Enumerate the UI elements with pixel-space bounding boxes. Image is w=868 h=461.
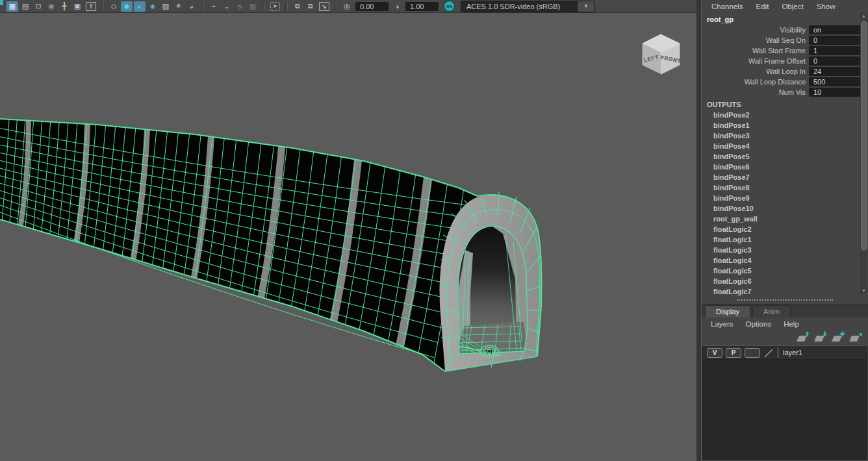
attribute-label[interactable]: Wall Start Frame [702,47,806,55]
output-node-floatLogic3[interactable]: floatLogic3 [702,245,868,255]
resolution-gate-icon[interactable]: ⊡ [32,1,44,12]
outputs-section-label: OUTPUTS [702,99,868,110]
attribute-value-field[interactable]: 0 [809,36,863,45]
layer-visibility-toggle[interactable]: V [707,348,722,358]
toolbar-separator [285,2,288,10]
output-node-bindPose9[interactable]: bindPose9 [702,193,868,203]
move-layer-down-icon[interactable]: ⬇ [815,333,826,342]
safe-title-icon[interactable]: T [86,2,96,11]
attribute-value-field[interactable]: 500 [809,77,863,86]
output-node-bindPose6[interactable]: bindPose6 [702,162,868,172]
output-node-floatLogic1[interactable]: floatLogic1 [702,234,868,245]
attribute-label[interactable]: Wall Frame Offset [702,57,806,65]
output-node-bindPose7[interactable]: bindPose7 [702,172,868,182]
toolbar-separator [101,2,104,10]
view-cube[interactable]: LEFT FRONT [0,13,682,74]
layer-row[interactable]: V P layer1 [703,346,867,360]
motion-blur-icon[interactable]: ◒ [221,1,233,12]
chevron-down-icon[interactable]: ▼ [577,1,594,12]
move-layer-up-icon[interactable]: ⬆ [797,333,809,342]
output-node-floatLogic6[interactable]: floatLogic6 [702,276,868,286]
output-node-bindPose2[interactable]: bindPose2 [702,110,868,120]
attribute-value-field[interactable]: 1 [809,46,863,55]
selected-node-name[interactable]: root_gp [702,14,868,25]
scroll-down-icon[interactable]: ▼ [860,287,867,294]
output-node-floatLogic2[interactable]: floatLogic2 [702,224,868,234]
output-node-floatLogic5[interactable]: floatLogic5 [702,266,868,276]
channel-box-menubar: ChannelsEditObjectShow [702,0,868,12]
scrollbar-thumb[interactable] [861,21,867,251]
output-node-floatLogic7[interactable]: floatLogic7 [702,286,868,295]
gamma-field[interactable]: 1.00 [405,2,439,11]
attribute-label[interactable]: Wall Loop Distance [702,78,806,86]
channel-box-menu-channels[interactable]: Channels [711,3,743,10]
attribute-value-field[interactable]: 10 [809,88,863,97]
tab-anim[interactable]: Anim [752,305,791,318]
channel-box-menu-object[interactable]: Object [782,3,803,10]
safe-action-icon[interactable]: ▣ [71,1,83,12]
channel-box-menu-show[interactable]: Show [817,3,836,10]
channel-attribute-row: Wall Frame Offset0 [702,56,868,66]
output-node-bindPose3[interactable]: bindPose3 [702,131,868,141]
attribute-label[interactable]: Visibility [702,26,806,34]
layer-menu-help[interactable]: Help [784,320,799,328]
gate-mask-icon[interactable]: ◉ [45,1,57,12]
tab-display[interactable]: Display [705,305,750,318]
attribute-label[interactable]: Wall Loop In [702,68,806,75]
layer-menu-layers[interactable]: Layers [711,320,734,328]
layer-name[interactable]: layer1 [782,349,802,356]
checker-ball-icon[interactable]: ▨ [160,1,172,12]
viewport-3d[interactable]: LEFT FRONT [0,13,696,461]
color-management-on-toggle[interactable]: ON [443,0,455,12]
channel-box-menu-edit[interactable]: Edit [756,3,769,10]
channel-attribute-row: Wall Loop Distance500 [702,77,868,87]
scroll-up-icon[interactable]: ▲ [860,12,867,19]
panel-divider[interactable] [696,0,702,461]
attribute-value-field[interactable]: on [809,25,863,34]
attribute-label[interactable]: Num Vis [702,88,806,96]
textured-cube-icon[interactable]: ◈ [147,1,159,12]
attribute-label[interactable]: Wall Seq On [702,36,806,44]
layer-type-icon [763,347,774,358]
channel-attribute-row: Wall Start Frame1 [702,45,868,56]
snapshot-icon[interactable]: ↘ [319,2,329,11]
wireframe-cube-icon[interactable]: ◇ [108,1,120,12]
output-node-bindPose5[interactable]: bindPose5 [702,151,868,162]
grid-icon[interactable]: ▦ [6,1,18,12]
paste-buffer-icon[interactable]: ⧉ [305,1,316,12]
toolbar-separator [335,2,337,10]
film-gate-icon[interactable]: ▤ [19,1,31,12]
attribute-value-field[interactable]: 0 [809,56,863,66]
output-node-bindPose4[interactable]: bindPose4 [702,141,868,151]
output-node-floatLogic4[interactable]: floatLogic4 [702,255,868,266]
lighting-icon[interactable]: ☀ [173,1,185,12]
output-node-bindPose8[interactable]: bindPose8 [702,182,868,193]
output-node-bindPose1[interactable]: bindPose1 [702,120,868,131]
output-node-bindPose10[interactable]: bindPose10 [702,203,868,214]
exposure-field[interactable]: 0.00 [355,2,389,11]
ambient-occlusion-icon[interactable]: ◓ [208,1,220,12]
shaded-cube-icon[interactable]: ◆ [121,1,133,12]
new-empty-layer-icon[interactable]: ✚ [832,333,844,342]
field-chart-icon[interactable]: ╋ [58,1,70,12]
channel-box-scrollbar[interactable]: ▲ ▼ [860,12,867,294]
exposure-icon[interactable]: ◎ [341,1,353,12]
copy-buffer-icon[interactable]: ⧉ [292,1,303,12]
gamma-icon[interactable]: ◑ [391,1,403,12]
plugin-display-icon[interactable]: ▩ [247,1,259,12]
layer-menu-options[interactable]: Options [746,320,772,328]
colorspace-dropdown[interactable]: ACES 1.0 SDR-video (sRGB) ▼ [461,1,595,12]
output-node-root_gp_wall[interactable]: root_gp_wall [702,214,868,224]
layer-editor: DisplayAnim LayersOptionsHelp ⬆⬇✚● V P l… [702,304,868,461]
isolate-select-icon[interactable]: ➤ [270,2,280,11]
attribute-value-field[interactable]: 24 [809,67,863,76]
textured-shaded-icon[interactable]: ◐ [134,1,146,12]
layer-row-divider [778,347,778,358]
layer-playback-toggle[interactable]: P [726,348,741,358]
antialias-icon[interactable]: ○ [234,1,246,12]
shadows-icon[interactable]: ◕ [186,1,198,12]
panel-splitter-handle[interactable] [702,295,868,304]
layer-color-swatch[interactable] [745,348,760,358]
new-layer-from-selected-icon[interactable]: ● [850,333,862,342]
channel-box-body: root_gp VisibilityonWall Seq On0Wall Sta… [702,12,868,295]
